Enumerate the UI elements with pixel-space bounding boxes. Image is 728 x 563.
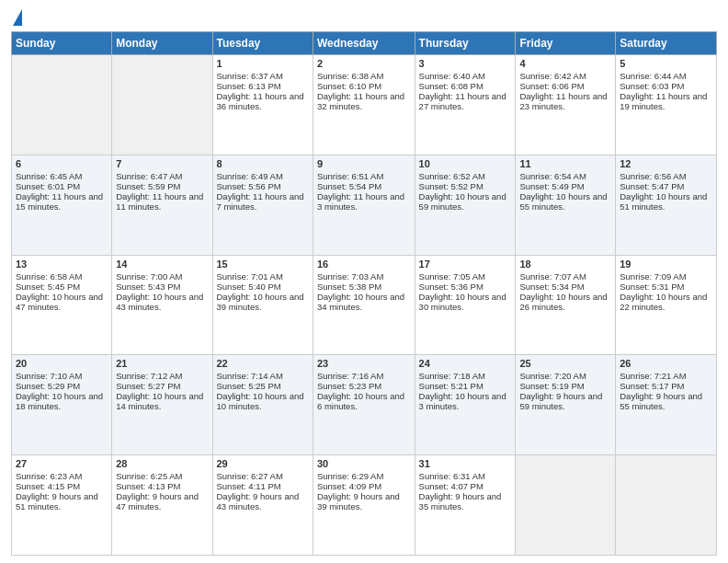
- sunset-text: Sunset: 5:31 PM: [620, 282, 712, 292]
- week-row-1: 1Sunrise: 6:37 AMSunset: 6:13 PMDaylight…: [12, 55, 717, 155]
- sunset-text: Sunset: 5:25 PM: [217, 381, 309, 391]
- sunset-text: Sunset: 5:29 PM: [16, 381, 108, 391]
- day-number: 19: [620, 259, 712, 270]
- day-number: 18: [519, 259, 611, 270]
- day-number: 6: [16, 158, 108, 169]
- day-number: 22: [217, 358, 309, 369]
- sunrise-text: Sunrise: 6:25 AM: [116, 471, 208, 481]
- day-number: 5: [620, 58, 712, 69]
- sunset-text: Sunset: 5:43 PM: [116, 282, 208, 292]
- day-number: 30: [317, 458, 411, 469]
- day-number: 4: [519, 58, 611, 69]
- sunrise-text: Sunrise: 7:01 AM: [217, 271, 309, 282]
- day-number: 10: [419, 158, 512, 169]
- daylight-text: Daylight: 9 hours and 55 minutes.: [620, 391, 712, 411]
- sunset-text: Sunset: 5:38 PM: [317, 282, 411, 292]
- day-number: 11: [519, 158, 611, 169]
- weekday-header-saturday: Saturday: [616, 32, 717, 55]
- sunrise-text: Sunrise: 6:38 AM: [317, 71, 411, 81]
- sunset-text: Sunset: 5:47 PM: [620, 181, 712, 191]
- week-row-4: 20Sunrise: 7:10 AMSunset: 5:29 PMDayligh…: [12, 355, 717, 455]
- day-number: 16: [317, 259, 411, 270]
- daylight-text: Daylight: 10 hours and 3 minutes.: [419, 391, 512, 411]
- day-number: 13: [16, 259, 108, 270]
- calendar-cell: 13Sunrise: 6:58 AMSunset: 5:45 PMDayligh…: [12, 255, 112, 355]
- sunrise-text: Sunrise: 6:31 AM: [419, 471, 512, 481]
- daylight-text: Daylight: 10 hours and 30 minutes.: [419, 292, 512, 312]
- day-number: 9: [317, 158, 411, 169]
- daylight-text: Daylight: 11 hours and 3 minutes.: [317, 191, 411, 212]
- calendar-cell: 15Sunrise: 7:01 AMSunset: 5:40 PMDayligh…: [212, 255, 313, 355]
- calendar-cell: 24Sunrise: 7:18 AMSunset: 5:21 PMDayligh…: [415, 355, 516, 455]
- day-number: 24: [419, 358, 512, 369]
- sunset-text: Sunset: 5:34 PM: [519, 282, 611, 292]
- day-number: 27: [16, 458, 108, 469]
- sunrise-text: Sunrise: 6:52 AM: [419, 171, 512, 181]
- week-row-5: 27Sunrise: 6:23 AMSunset: 4:15 PMDayligh…: [12, 455, 717, 556]
- calendar-cell: 14Sunrise: 7:00 AMSunset: 5:43 PMDayligh…: [112, 255, 212, 355]
- calendar-cell: 22Sunrise: 7:14 AMSunset: 5:25 PMDayligh…: [212, 355, 313, 455]
- daylight-text: Daylight: 11 hours and 19 minutes.: [620, 91, 712, 111]
- daylight-text: Daylight: 9 hours and 35 minutes.: [419, 491, 512, 511]
- sunset-text: Sunset: 5:36 PM: [419, 282, 512, 292]
- calendar-cell: 5Sunrise: 6:44 AMSunset: 6:03 PMDaylight…: [616, 55, 717, 155]
- calendar-cell: 7Sunrise: 6:47 AMSunset: 5:59 PMDaylight…: [112, 155, 212, 255]
- sunset-text: Sunset: 4:11 PM: [217, 481, 309, 491]
- daylight-text: Daylight: 9 hours and 43 minutes.: [217, 491, 309, 511]
- calendar-cell: 3Sunrise: 6:40 AMSunset: 6:08 PMDaylight…: [415, 55, 516, 155]
- header: [11, 9, 717, 26]
- calendar-cell: 18Sunrise: 7:07 AMSunset: 5:34 PMDayligh…: [516, 255, 616, 355]
- calendar-cell: 17Sunrise: 7:05 AMSunset: 5:36 PMDayligh…: [415, 255, 516, 355]
- calendar-table: SundayMondayTuesdayWednesdayThursdayFrid…: [11, 31, 717, 556]
- sunset-text: Sunset: 5:49 PM: [519, 181, 611, 191]
- sunrise-text: Sunrise: 7:00 AM: [116, 271, 208, 282]
- daylight-text: Daylight: 11 hours and 7 minutes.: [217, 191, 309, 212]
- calendar-cell: [616, 455, 717, 556]
- daylight-text: Daylight: 11 hours and 11 minutes.: [116, 191, 208, 212]
- day-number: 1: [217, 58, 309, 69]
- day-number: 28: [116, 458, 208, 469]
- daylight-text: Daylight: 11 hours and 27 minutes.: [419, 91, 512, 111]
- calendar-cell: 20Sunrise: 7:10 AMSunset: 5:29 PMDayligh…: [12, 355, 112, 455]
- calendar-cell: 30Sunrise: 6:29 AMSunset: 4:09 PMDayligh…: [313, 455, 415, 556]
- weekday-header-tuesday: Tuesday: [212, 32, 313, 55]
- day-number: 25: [519, 358, 611, 369]
- day-number: 15: [217, 259, 309, 270]
- day-number: 7: [116, 158, 208, 169]
- calendar-cell: 28Sunrise: 6:25 AMSunset: 4:13 PMDayligh…: [112, 455, 212, 556]
- day-number: 31: [419, 458, 512, 469]
- sunrise-text: Sunrise: 7:21 AM: [620, 371, 712, 381]
- day-number: 14: [116, 259, 208, 270]
- calendar-cell: 9Sunrise: 6:51 AMSunset: 5:54 PMDaylight…: [313, 155, 415, 255]
- daylight-text: Daylight: 11 hours and 23 minutes.: [519, 91, 611, 111]
- daylight-text: Daylight: 11 hours and 32 minutes.: [317, 91, 411, 111]
- day-number: 29: [217, 458, 309, 469]
- sunset-text: Sunset: 4:09 PM: [317, 481, 411, 491]
- sunset-text: Sunset: 5:52 PM: [419, 181, 512, 191]
- daylight-text: Daylight: 11 hours and 15 minutes.: [16, 191, 108, 212]
- daylight-text: Daylight: 10 hours and 47 minutes.: [16, 292, 108, 312]
- daylight-text: Daylight: 10 hours and 26 minutes.: [519, 292, 611, 312]
- sunset-text: Sunset: 5:59 PM: [116, 181, 208, 191]
- calendar-cell: 8Sunrise: 6:49 AMSunset: 5:56 PMDaylight…: [212, 155, 313, 255]
- sunrise-text: Sunrise: 6:56 AM: [620, 171, 712, 181]
- sunrise-text: Sunrise: 6:49 AM: [217, 171, 309, 181]
- calendar-cell: 25Sunrise: 7:20 AMSunset: 5:19 PMDayligh…: [516, 355, 616, 455]
- sunrise-text: Sunrise: 7:07 AM: [519, 271, 611, 282]
- sunrise-text: Sunrise: 6:27 AM: [217, 471, 309, 481]
- sunrise-text: Sunrise: 7:10 AM: [16, 371, 108, 381]
- page: SundayMondayTuesdayWednesdayThursdayFrid…: [0, 0, 728, 563]
- sunset-text: Sunset: 6:13 PM: [217, 81, 309, 91]
- sunset-text: Sunset: 5:19 PM: [519, 381, 611, 391]
- sunrise-text: Sunrise: 6:54 AM: [519, 171, 611, 181]
- sunrise-text: Sunrise: 6:40 AM: [419, 71, 512, 81]
- sunrise-text: Sunrise: 6:42 AM: [519, 71, 611, 81]
- weekday-header-friday: Friday: [516, 32, 616, 55]
- sunrise-text: Sunrise: 7:12 AM: [116, 371, 208, 381]
- daylight-text: Daylight: 10 hours and 55 minutes.: [519, 191, 611, 212]
- daylight-text: Daylight: 10 hours and 22 minutes.: [620, 292, 712, 312]
- calendar-cell: 23Sunrise: 7:16 AMSunset: 5:23 PMDayligh…: [313, 355, 415, 455]
- day-number: 23: [317, 358, 411, 369]
- sunset-text: Sunset: 6:06 PM: [519, 81, 611, 91]
- daylight-text: Daylight: 10 hours and 51 minutes.: [620, 191, 712, 212]
